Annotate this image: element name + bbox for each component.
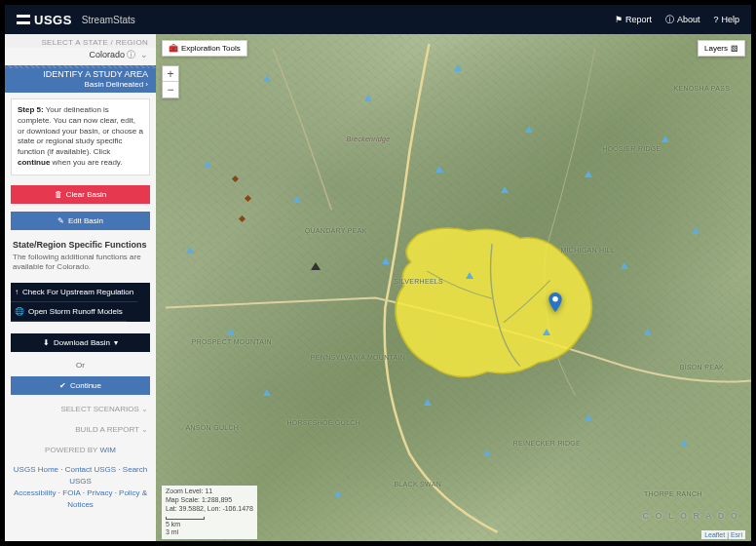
study-area-banner[interactable]: IDENTIFY A STUDY AREA Basin Delineated ›: [5, 65, 156, 93]
chevron-down-icon: ⌄: [141, 405, 148, 413]
scale-bar: 5 km 3 mi: [166, 516, 253, 538]
flag-icon: [17, 15, 30, 24]
streamgage-marker[interactable]: [585, 414, 592, 421]
report-link[interactable]: ⚑Report: [615, 14, 652, 26]
accessibility-link[interactable]: Accessibility: [14, 488, 57, 497]
esri-link[interactable]: Esri: [731, 531, 742, 538]
chevron-right-icon: ›: [145, 80, 148, 89]
feature-label: BLACK SWAN: [394, 481, 441, 488]
peak-marker[interactable]: [311, 262, 321, 270]
state-section-label: SELECT A STATE / REGION: [5, 34, 156, 48]
toolbox-icon: 🧰: [169, 44, 178, 53]
svg-point-0: [552, 296, 558, 302]
layers-button[interactable]: Layers▧: [698, 40, 745, 57]
layers-icon: ▧: [731, 44, 738, 53]
streamgage-marker[interactable]: [454, 64, 462, 71]
map-info: Zoom Level: 11 Map Scale: 1:288,895 Lat:…: [162, 486, 257, 539]
wim-link[interactable]: WIM: [99, 446, 115, 454]
info-small-icon: ⓘ: [127, 50, 135, 59]
question-icon: ?: [713, 15, 718, 24]
exploration-tools-button[interactable]: 🧰Exploration Tools: [162, 40, 247, 57]
chevron-down-icon: ⌄: [140, 50, 148, 59]
streamgage-marker[interactable]: [186, 247, 194, 254]
powered-by: POWERED BY WIM: [5, 440, 156, 460]
feature-label: HORSESHOE GULCH: [286, 419, 360, 426]
continue-button[interactable]: ✔Continue: [11, 376, 150, 395]
streamgage-marker[interactable]: [263, 389, 271, 396]
feature-label: BISON PEAK: [680, 364, 724, 370]
pour-point-marker[interactable]: [548, 292, 562, 312]
or-text: Or: [5, 358, 156, 372]
info-icon: ⓘ: [665, 14, 674, 26]
feature-label: MICHIGAN HILL: [560, 247, 615, 254]
usgs-logo[interactable]: USGS: [17, 13, 72, 27]
streamgage-marker[interactable]: [662, 136, 669, 142]
edit-basin-button[interactable]: ✎Edit Basin: [11, 212, 150, 230]
streamgage-marker[interactable]: [227, 329, 235, 335]
streamgage-marker[interactable]: [501, 186, 509, 193]
streamgage-marker[interactable]: [334, 490, 342, 497]
feature-label: ANSON GULCH: [186, 424, 240, 431]
map-scale: Map Scale: 1:288,895: [166, 496, 253, 505]
streamgage-marker[interactable]: [263, 75, 271, 82]
map-coords: Lat: 39.5882, Lon: -106.1478: [166, 505, 253, 514]
sidebar: SELECT A STATE / REGION Colorado ⓘ ⌄ IDE…: [5, 34, 156, 541]
usgs-home-link[interactable]: USGS Home: [14, 465, 58, 474]
footer-links: USGS Home · Contact USGS · Search USGS A…: [5, 460, 156, 519]
zoom-in-button[interactable]: +: [163, 66, 178, 82]
map-canvas[interactable]: Breckenridge QUANDARY PEAK SILVERHEELS M…: [156, 34, 751, 541]
app-header: USGS StreamStats ⚑Report ⓘAbout ?Help: [5, 5, 751, 34]
streamgage-marker[interactable]: [382, 257, 390, 264]
check-upstream-button[interactable]: ↑Check For Upstream Regulation: [11, 283, 137, 302]
map-attribution: Leaflet | Esri: [701, 530, 745, 539]
feature-label: PENNSYLVANIA MOUNTAIN: [311, 354, 405, 361]
globe-icon: 🌐: [15, 307, 24, 316]
download-basin-button[interactable]: ⬇Download Basin▾: [11, 333, 150, 352]
streamgage-marker[interactable]: [644, 329, 652, 335]
streamgage-marker[interactable]: [585, 171, 592, 177]
about-link[interactable]: ⓘAbout: [665, 14, 700, 26]
streamgage-marker[interactable]: [525, 126, 533, 133]
pencil-icon: ✎: [57, 216, 64, 225]
download-icon: ⬇: [43, 338, 50, 347]
feature-label: QUANDARY PEAK: [305, 227, 367, 234]
zoom-out-button[interactable]: −: [163, 82, 178, 98]
zoom-controls: + −: [162, 65, 179, 98]
header-links: ⚑Report ⓘAbout ?Help: [615, 14, 739, 26]
app-name: StreamStats: [82, 15, 135, 25]
streamgage-marker[interactable]: [466, 272, 473, 279]
step-instructions: Step 5: Your delineation is complete. Yo…: [11, 98, 150, 176]
scenarios-section[interactable]: SELECT SCENARIOS ⌄: [5, 399, 156, 419]
functions-title: State/Region Specific Functions: [13, 240, 148, 250]
streamgage-marker[interactable]: [424, 399, 432, 406]
foia-link[interactable]: FOIA: [62, 488, 80, 497]
contact-link[interactable]: Contact USGS: [65, 465, 116, 474]
streamgage-marker[interactable]: [483, 449, 491, 456]
leaflet-link[interactable]: Leaflet: [704, 531, 725, 538]
privacy-link[interactable]: Privacy: [87, 488, 112, 497]
functions-desc: The following additional functions are a…: [13, 253, 148, 273]
trash-icon: 🗑: [55, 190, 62, 199]
clear-basin-button[interactable]: 🗑Clear Basin: [11, 185, 150, 204]
streamgage-marker[interactable]: [692, 227, 699, 234]
state-select[interactable]: Colorado ⓘ ⌄: [5, 48, 156, 65]
streamgage-marker[interactable]: [364, 95, 372, 101]
streamgage-marker[interactable]: [543, 329, 550, 335]
feature-label: KENOSHA PASS: [674, 85, 731, 92]
storm-runoff-button[interactable]: 🌐Open Storm Runoff Models: [11, 302, 127, 322]
streamgage-marker[interactable]: [293, 196, 301, 203]
town-label: Breckenridge: [347, 136, 391, 142]
streamgage-marker[interactable]: [435, 166, 443, 173]
flag-report-icon: ⚑: [615, 15, 623, 24]
help-link[interactable]: ?Help: [713, 14, 739, 26]
delineated-basin[interactable]: [376, 216, 608, 399]
streamgage-marker[interactable]: [680, 440, 688, 447]
streamgage-marker[interactable]: [621, 262, 628, 269]
feature-label: PROSPECT MOUNTAIN: [192, 338, 272, 345]
check-icon: ✔: [59, 381, 66, 390]
feature-label: REINECKER RIDGE: [513, 440, 581, 447]
study-area-status: Basin Delineated ›: [13, 80, 148, 89]
feature-label: HOOSIER RIDGE: [602, 145, 661, 152]
report-section[interactable]: BUILD A REPORT ⌄: [5, 419, 156, 440]
streamgage-marker[interactable]: [204, 161, 211, 168]
